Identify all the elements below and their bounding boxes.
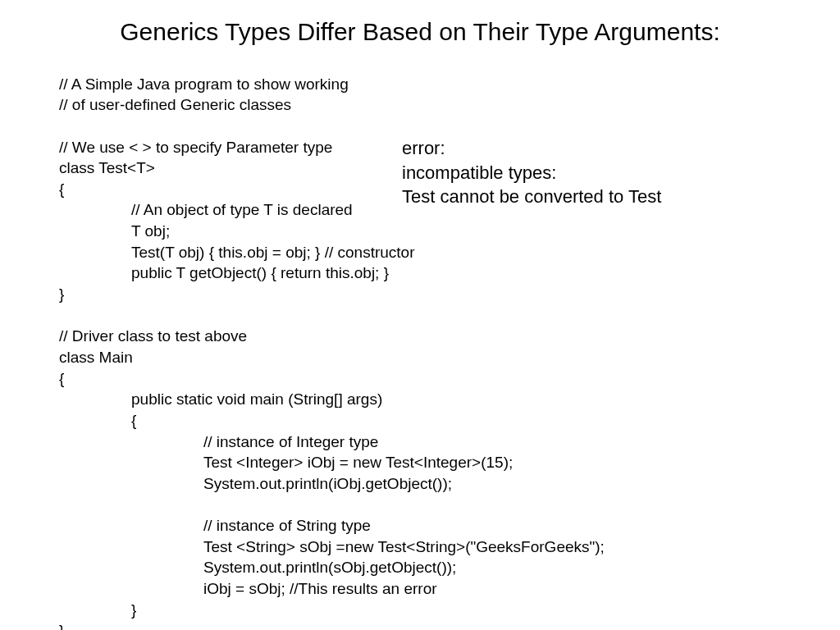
- code-line: // instance of String type: [59, 515, 371, 536]
- code-line: class Main: [59, 349, 133, 366]
- slide-title: Generics Types Differ Based on Their Typ…: [0, 0, 840, 52]
- code-line: class Test<T>: [59, 159, 155, 176]
- code-line: // An object of type T is declared: [59, 199, 353, 221]
- code-line: Test <Integer> iObj = new Test<Integer>(…: [59, 452, 513, 473]
- code-line: public static void main (String[] args): [59, 389, 382, 410]
- code-line: // A Simple Java program to show working: [59, 75, 349, 93]
- error-line: incompatible types:: [402, 161, 661, 185]
- code-line: // We use < > to specify Parameter type: [59, 139, 332, 156]
- code-line: Test(T obj) { this.obj = obj; } // const…: [59, 242, 415, 263]
- code-line: }: [59, 600, 136, 621]
- error-line: Test cannot be converted to Test: [402, 185, 661, 209]
- code-line: {: [59, 180, 64, 198]
- code-line: }: [59, 285, 64, 303]
- code-line: iObj = sObj; //This results an error: [59, 578, 437, 600]
- code-line: // Driver class to test above: [59, 327, 247, 345]
- code-line: System.out.println(iObj.getObject());: [59, 473, 452, 495]
- code-line: Test <String> sObj =new Test<String>("Ge…: [59, 536, 605, 558]
- error-line: error:: [402, 136, 661, 161]
- code-line: {: [59, 410, 136, 431]
- code-line: System.out.println(sObj.getObject());: [59, 557, 456, 578]
- code-line: public T getObject() { return this.obj; …: [59, 262, 389, 284]
- error-block: error: incompatible types: Test cannot b…: [402, 136, 661, 209]
- code-line: T obj;: [59, 221, 170, 242]
- code-line: // instance of Integer type: [59, 431, 378, 453]
- code-line: // of user-defined Generic classes: [59, 96, 291, 113]
- code-line: }: [59, 622, 64, 630]
- code-line: {: [59, 370, 64, 387]
